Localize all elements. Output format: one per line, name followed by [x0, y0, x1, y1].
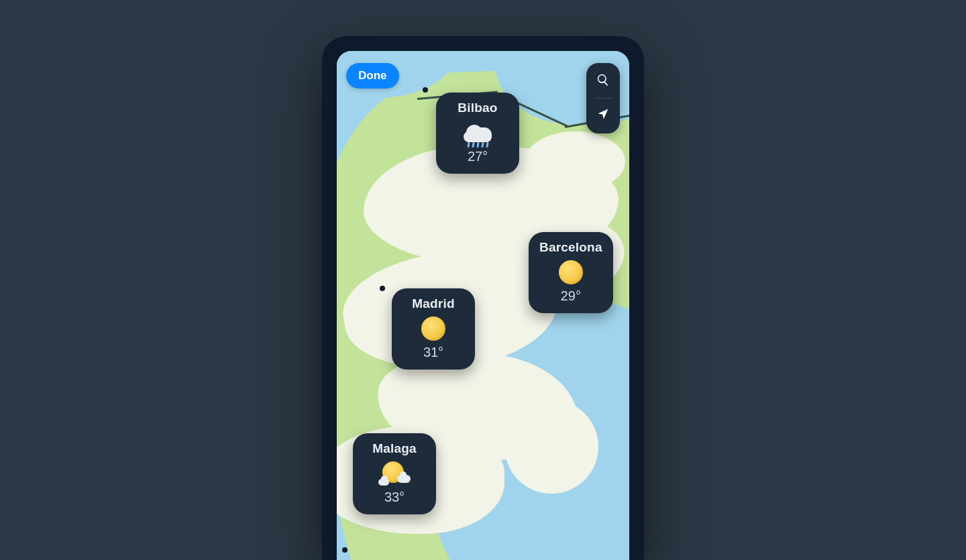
- city-name: Bilbao: [447, 101, 508, 115]
- temperature-value: 29°: [539, 288, 602, 304]
- weather-card-bilbao[interactable]: Bilbao27°: [436, 93, 519, 174]
- temperature-value: 27°: [447, 149, 508, 164]
- partly-cloudy-icon: [364, 459, 425, 488]
- city-dot: [342, 547, 347, 553]
- search-icon: [596, 73, 610, 89]
- screen: Done Bilbao27°Barcelona29°Madrid31°Malag…: [337, 51, 629, 560]
- device-frame: Done Bilbao27°Barcelona29°Madrid31°Malag…: [322, 36, 644, 560]
- weather-card-malaga[interactable]: Malaga33°: [353, 433, 436, 514]
- weather-card-barcelona[interactable]: Barcelona29°: [529, 232, 613, 313]
- city-name: Malaga: [364, 441, 425, 456]
- temperature-value: 33°: [364, 490, 425, 505]
- rain-icon: [447, 118, 508, 148]
- weather-card-madrid[interactable]: Madrid31°: [392, 288, 475, 370]
- city-name: Barcelona: [539, 240, 602, 255]
- city-dot: [423, 87, 428, 93]
- sunny-icon: [402, 314, 464, 343]
- city-name: Madrid: [402, 296, 464, 311]
- map-controls: [586, 63, 620, 133]
- search-button[interactable]: [593, 71, 613, 91]
- location-arrow-icon: [596, 107, 610, 123]
- done-button[interactable]: Done: [346, 63, 399, 89]
- temperature-value: 31°: [402, 345, 464, 360]
- city-dot: [380, 286, 385, 291]
- sunny-icon: [539, 258, 602, 287]
- locate-button[interactable]: [593, 105, 613, 125]
